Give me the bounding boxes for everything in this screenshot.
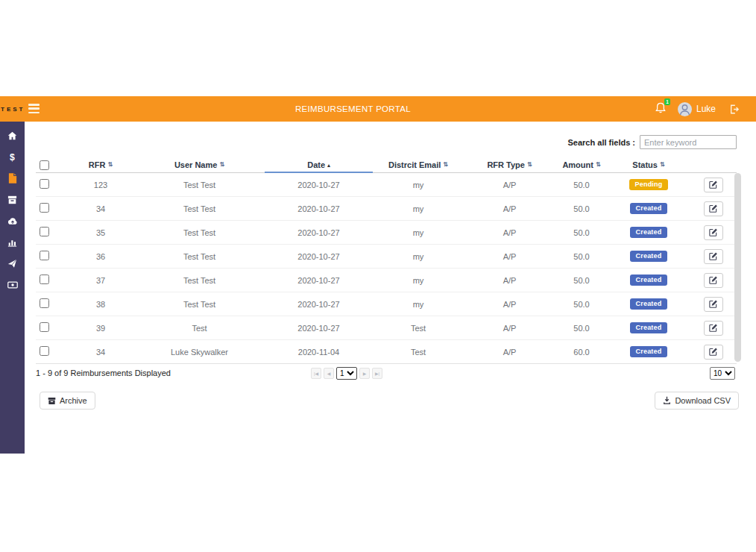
edit-row-button[interactable] bbox=[704, 225, 723, 240]
cell-rfr: 38 bbox=[67, 300, 134, 309]
main-content: Search all fields : RFR⇅User Name⇅Date▴D… bbox=[25, 122, 756, 454]
column-label: Amount bbox=[562, 160, 593, 169]
edit-row-button[interactable] bbox=[704, 321, 723, 336]
send-icon bbox=[7, 259, 17, 269]
sidebar-item-reports[interactable] bbox=[0, 232, 25, 254]
search-input[interactable] bbox=[640, 135, 737, 149]
edit-icon bbox=[709, 324, 718, 332]
sidebar-item-reimbursements[interactable] bbox=[0, 168, 25, 189]
column-header[interactable]: Date▴ bbox=[265, 157, 373, 173]
cell-date: 2020-10-27 bbox=[265, 252, 373, 261]
cell-amount: 50.0 bbox=[555, 276, 608, 285]
row-checkbox[interactable] bbox=[40, 322, 49, 332]
cell-date: 2020-10-27 bbox=[265, 300, 373, 309]
cell-date: 2020-10-27 bbox=[265, 276, 373, 285]
cell-user-name: Luke Skywalker bbox=[134, 348, 265, 357]
download-csv-button[interactable]: Download CSV bbox=[655, 392, 739, 410]
cell-rfr-type: A/P bbox=[464, 348, 555, 357]
edit-row-button[interactable] bbox=[704, 345, 723, 360]
notifications-button[interactable]: 1 bbox=[655, 102, 666, 116]
sort-icon: ⇅ bbox=[527, 162, 532, 168]
cell-rfr-type: A/P bbox=[464, 204, 555, 213]
sidebar-item-money[interactable] bbox=[0, 275, 25, 296]
table-row: 39 Test 2020-10-27 Test A/P 50.0 Created bbox=[36, 316, 737, 340]
sidebar-item-archive[interactable] bbox=[0, 189, 25, 211]
status-badge: Pending bbox=[629, 179, 669, 190]
cell-date: 2020-10-27 bbox=[265, 204, 373, 213]
logout-icon[interactable] bbox=[729, 104, 740, 114]
row-checkbox[interactable] bbox=[40, 227, 49, 236]
page-title: REIMBURSEMENT PORTAL bbox=[295, 96, 411, 122]
cell-district-email: my bbox=[373, 228, 464, 237]
page-select[interactable]: 1 bbox=[336, 367, 357, 380]
archive-button[interactable]: Archive bbox=[40, 392, 95, 410]
cell-district-email: my bbox=[373, 276, 464, 285]
cell-district-email: Test bbox=[373, 324, 464, 333]
cell-amount: 50.0 bbox=[555, 300, 608, 309]
cell-amount: 50.0 bbox=[555, 252, 608, 261]
cell-rfr: 37 bbox=[67, 276, 134, 285]
column-header[interactable]: RFR⇅ bbox=[67, 157, 134, 173]
row-checkbox[interactable] bbox=[40, 346, 49, 356]
cell-user-name: Test Test bbox=[134, 228, 265, 237]
row-checkbox[interactable] bbox=[40, 179, 49, 189]
status-badge: Created bbox=[630, 322, 668, 333]
table-scrollbar[interactable] bbox=[734, 173, 741, 362]
column-header[interactable]: Status⇅ bbox=[608, 157, 690, 173]
user-name[interactable]: Luke bbox=[696, 104, 716, 114]
row-checkbox[interactable] bbox=[40, 251, 49, 260]
column-header[interactable]: RFR Type⇅ bbox=[464, 157, 555, 173]
search-row: Search all fields : bbox=[568, 135, 737, 149]
page-size-select[interactable]: 10 bbox=[710, 367, 735, 380]
cell-district-email: my bbox=[373, 252, 464, 261]
cell-date: 2020-10-27 bbox=[265, 228, 373, 237]
column-header[interactable]: User Name⇅ bbox=[134, 157, 265, 173]
sidebar-item-send[interactable] bbox=[0, 253, 25, 275]
cell-rfr: 39 bbox=[67, 324, 134, 333]
sidebar-item-home[interactable] bbox=[0, 125, 25, 147]
first-page-button[interactable]: |◀ bbox=[311, 368, 321, 379]
cell-rfr-type: A/P bbox=[464, 228, 555, 237]
sidebar-item-payments[interactable]: $ bbox=[0, 147, 25, 169]
sort-icon: ⇅ bbox=[219, 162, 224, 168]
edit-row-button[interactable] bbox=[704, 297, 723, 312]
sort-icon: ⇅ bbox=[107, 162, 113, 168]
edit-row-button[interactable] bbox=[704, 249, 723, 264]
edit-icon bbox=[709, 276, 718, 284]
row-checkbox[interactable] bbox=[40, 275, 49, 284]
column-header[interactable]: Amount⇅ bbox=[555, 157, 608, 173]
row-checkbox[interactable] bbox=[40, 203, 49, 213]
column-label: Date bbox=[307, 160, 325, 169]
cloud-upload-icon bbox=[7, 217, 18, 225]
edit-row-button[interactable] bbox=[704, 273, 723, 288]
table-row: 38 Test Test 2020-10-27 my A/P 50.0 Crea… bbox=[36, 292, 737, 316]
cell-rfr: 34 bbox=[67, 348, 134, 357]
edit-row-button[interactable] bbox=[704, 178, 723, 192]
archive-icon bbox=[48, 397, 56, 405]
prev-page-button[interactable]: ◀ bbox=[324, 368, 334, 379]
avatar[interactable] bbox=[678, 102, 692, 116]
sidebar-item-upload[interactable] bbox=[0, 210, 25, 232]
cell-rfr: 35 bbox=[67, 228, 134, 237]
cell-amount: 50.0 bbox=[555, 204, 608, 213]
cell-rfr-type: A/P bbox=[464, 276, 555, 285]
cell-user-name: Test Test bbox=[134, 181, 265, 189]
archive-box-icon bbox=[7, 195, 17, 204]
next-page-button[interactable]: ▶ bbox=[359, 368, 370, 379]
cell-date: 2020-10-27 bbox=[265, 181, 373, 189]
cell-user-name: Test Test bbox=[134, 252, 265, 261]
search-label: Search all fields : bbox=[568, 138, 635, 147]
paginator: |◀ ◀ 1 ▶ ▶| bbox=[311, 367, 382, 380]
top-bar: TEST REIMBURSEMENT PORTAL 1 Luke bbox=[0, 96, 756, 122]
status-badge: Created bbox=[630, 251, 668, 262]
status-badge: Created bbox=[630, 203, 668, 214]
row-checkbox[interactable] bbox=[40, 298, 49, 308]
table-row: 36 Test Test 2020-10-27 my A/P 50.0 Crea… bbox=[36, 245, 737, 269]
menu-icon[interactable] bbox=[28, 104, 40, 113]
sidebar: $ bbox=[0, 122, 25, 454]
select-all-checkbox[interactable] bbox=[40, 160, 49, 170]
edit-row-button[interactable] bbox=[704, 201, 723, 216]
column-header[interactable]: Distrcit Email⇅ bbox=[373, 157, 464, 173]
last-page-button[interactable]: ▶| bbox=[372, 368, 382, 379]
status-badge: Created bbox=[630, 275, 668, 286]
